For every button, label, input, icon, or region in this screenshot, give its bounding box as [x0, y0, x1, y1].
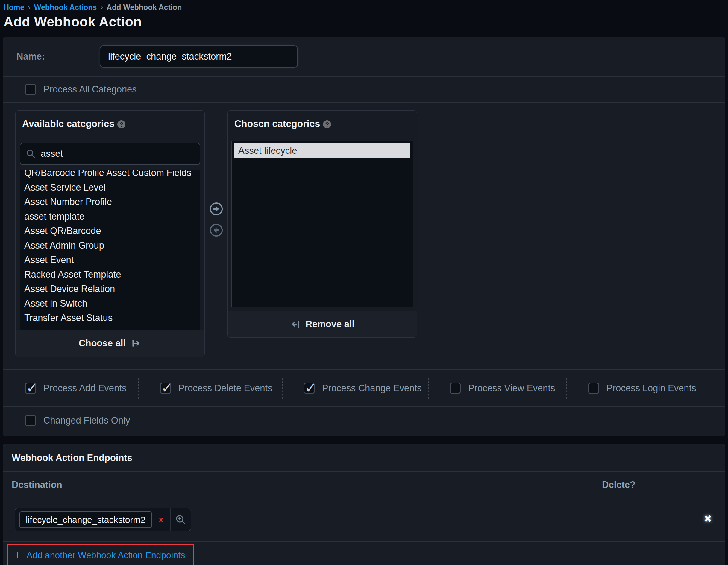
chosen-categories-header: Chosen categories ? [228, 111, 417, 137]
available-categories-title: Available categories [22, 118, 114, 129]
chosen-categories-list[interactable]: Asset lifecycle [231, 141, 413, 307]
process-event-checkbox[interactable] [450, 382, 461, 394]
category-mover-buttons [205, 202, 227, 237]
category-search-box [20, 143, 200, 165]
zoom-in-icon [175, 514, 187, 526]
category-option[interactable]: Asset Device Relation [24, 282, 200, 296]
process-events-row: Process Add Events Process Delete Events… [3, 370, 725, 406]
changed-fields-row: Changed Fields Only [3, 407, 725, 436]
process-event-label: Process Login Events [606, 383, 696, 394]
category-option[interactable]: Asset Number Profile [24, 195, 200, 209]
add-endpoint-link[interactable]: + Add another Webhook Action Endpoints [8, 545, 193, 565]
chip-remove-icon[interactable]: x [159, 515, 163, 524]
choose-all-label: Choose all [79, 338, 126, 349]
process-all-categories-checkbox[interactable] [25, 84, 36, 95]
category-option[interactable]: Asset Event [24, 253, 200, 268]
category-option[interactable]: Transfer Asset Status [24, 311, 200, 325]
endpoints-footer: + Add another Webhook Action Endpoints [3, 542, 725, 565]
breadcrumb: Home › Webhook Actions › Add Webhook Act… [0, 0, 728, 12]
destination-column-header: Destination [12, 479, 62, 490]
move-left-button[interactable] [209, 223, 223, 237]
plus-icon: + [14, 550, 21, 560]
category-option[interactable]: Asset QR/Barcode [24, 224, 200, 239]
category-option[interactable]: QR/Barcode Profile Asset Custom Fields [24, 170, 200, 180]
chosen-category-selected[interactable]: Asset lifecycle [234, 143, 410, 158]
changed-fields-label: Changed Fields Only [43, 415, 130, 426]
webhook-form-card: Name: Process All Categories Available c… [3, 37, 725, 436]
category-option[interactable]: asset template [24, 209, 200, 224]
category-option[interactable]: Asset in Switch [24, 296, 200, 311]
available-categories-list[interactable]: QR/Barcode Profile Asset Custom FieldsAs… [20, 170, 200, 330]
endpoint-destination-select: lifecycle_change_stackstorm2 x [15, 508, 191, 531]
remove-all-label: Remove all [306, 319, 355, 329]
process-event-option: Process Change Events [282, 378, 428, 399]
breadcrumb-home-link[interactable]: Home [4, 3, 24, 12]
breadcrumb-separator-icon: › [28, 3, 30, 12]
available-categories-panel: Available categories ? QR/Barcode Profil… [15, 110, 205, 357]
remove-all-arrow-icon [290, 319, 301, 329]
process-event-checkbox[interactable] [160, 382, 171, 394]
chosen-categories-panel: Chosen categories ? Asset lifecycle Remo… [227, 110, 417, 338]
breadcrumb-webhook-actions-link[interactable]: Webhook Actions [34, 3, 97, 12]
category-option[interactable]: Asset Service Level [24, 180, 200, 195]
move-right-button[interactable] [209, 202, 223, 216]
add-endpoint-label: Add another Webhook Action Endpoints [27, 550, 185, 560]
available-categories-header: Available categories ? [16, 111, 204, 137]
search-icon [26, 149, 36, 159]
page-title: Add Webhook Action [0, 12, 728, 30]
breadcrumb-current: Add Webhook Action [107, 3, 182, 12]
choose-all-button[interactable]: Choose all [16, 330, 204, 356]
process-all-categories-label: Process All Categories [43, 84, 137, 95]
remove-all-button[interactable]: Remove all [228, 311, 417, 337]
process-all-categories-row: Process All Categories [3, 77, 725, 102]
delete-endpoint-icon[interactable]: ✖ [704, 513, 712, 525]
process-event-option: Process Add Events [3, 378, 138, 399]
chosen-categories-title: Chosen categories [234, 118, 320, 129]
category-option[interactable]: Asset Admin Group [24, 239, 200, 253]
help-icon[interactable]: ? [117, 120, 125, 128]
changed-fields-checkbox[interactable] [25, 415, 36, 426]
process-event-option: Process Login Events [566, 378, 725, 399]
endpoints-table-header: Destination Delete? [3, 472, 725, 498]
delete-column-header: Delete? [602, 479, 636, 490]
process-event-label: Process Change Events [322, 383, 422, 394]
name-input[interactable] [100, 45, 298, 68]
categories-selector: Available categories ? QR/Barcode Profil… [3, 103, 725, 369]
endpoints-title-row: Webhook Action Endpoints [3, 444, 725, 471]
available-categories-body: QR/Barcode Profile Asset Custom FieldsAs… [16, 137, 204, 330]
process-event-checkbox[interactable] [588, 382, 599, 394]
endpoint-row: lifecycle_change_stackstorm2 x ✖ [3, 498, 725, 541]
process-event-option: Process View Events [428, 378, 566, 399]
process-event-label: Process Delete Events [178, 383, 272, 394]
name-label: Name: [16, 51, 100, 62]
endpoint-lookup-button[interactable] [171, 508, 191, 531]
category-option[interactable]: Racked Asset Template [24, 268, 200, 282]
process-event-option: Process Delete Events [138, 378, 282, 399]
endpoint-destination-value[interactable]: lifecycle_change_stackstorm2 [19, 511, 152, 528]
annotation-highlight-box: + Add another Webhook Action Endpoints [7, 544, 194, 565]
help-icon[interactable]: ? [323, 120, 331, 128]
name-row: Name: [3, 37, 725, 76]
process-event-label: Process View Events [468, 383, 555, 394]
breadcrumb-separator-icon: › [101, 3, 103, 12]
endpoints-section-title: Webhook Action Endpoints [12, 452, 132, 463]
webhook-endpoints-card: Webhook Action Endpoints Destination Del… [3, 444, 725, 565]
process-event-checkbox[interactable] [304, 382, 315, 394]
category-search-input[interactable] [41, 148, 194, 159]
process-event-label: Process Add Events [43, 383, 126, 394]
process-event-checkbox[interactable] [25, 382, 36, 394]
choose-all-arrow-icon [131, 338, 141, 349]
